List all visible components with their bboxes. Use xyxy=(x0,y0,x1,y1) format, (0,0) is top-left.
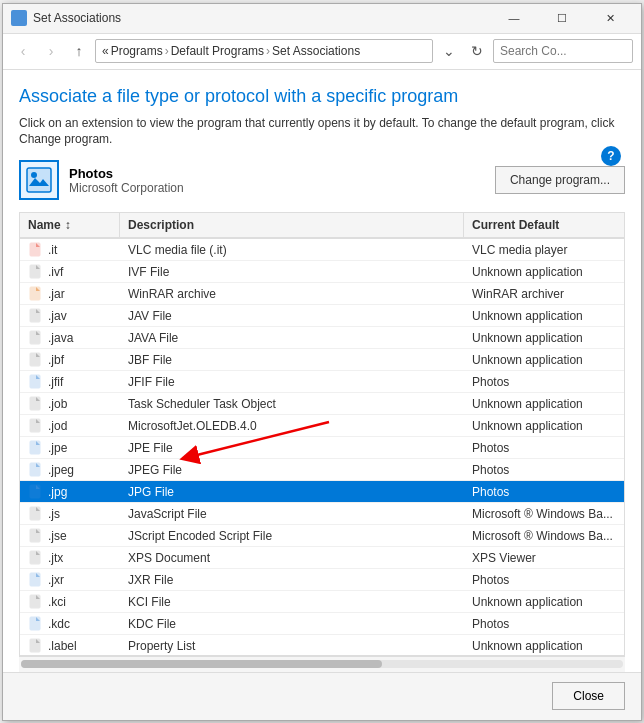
maximize-button[interactable]: ☐ xyxy=(539,3,585,33)
table-row[interactable]: .kci KCI File Unknown application xyxy=(20,591,624,613)
table-row[interactable]: .jar WinRAR archive WinRAR archiver xyxy=(20,283,624,305)
cell-current: Unknown application xyxy=(464,263,624,281)
sort-icon: ↕ xyxy=(65,218,71,232)
table-row[interactable]: .jtx XPS Document XPS Viewer xyxy=(20,547,624,569)
file-table: Name ↕ Description Current Default xyxy=(19,212,625,655)
cell-description: JavaScript File xyxy=(120,505,464,523)
file-icon xyxy=(28,330,44,346)
table-row[interactable]: .jod MicrosoftJet.OLEDB.4.0 Unknown appl… xyxy=(20,415,624,437)
scroll-thumb[interactable] xyxy=(21,660,382,668)
cell-current: Unknown application xyxy=(464,637,624,655)
cell-name: .kdc xyxy=(20,614,120,634)
back-button[interactable]: ‹ xyxy=(11,39,35,63)
cell-name: .jpg xyxy=(20,482,120,502)
svg-rect-14 xyxy=(30,485,40,498)
program-info: Photos Microsoft Corporation xyxy=(69,166,485,195)
table-row[interactable]: .kdc KDC File Photos xyxy=(20,613,624,635)
table-row[interactable]: .jpg JPG File Photos xyxy=(20,481,624,503)
svg-rect-10 xyxy=(30,397,40,410)
scroll-track[interactable] xyxy=(21,660,623,668)
cell-description: JPEG File xyxy=(120,461,464,479)
table-row[interactable]: .jse JScript Encoded Script File Microso… xyxy=(20,525,624,547)
cell-description: XPS Document xyxy=(120,549,464,567)
address-box[interactable]: « Programs › Default Programs › Set Asso… xyxy=(95,39,433,63)
file-icon xyxy=(28,374,44,390)
program-corp: Microsoft Corporation xyxy=(69,181,485,195)
svg-rect-3 xyxy=(30,243,40,256)
cell-current: Unknown application xyxy=(464,395,624,413)
table-row[interactable]: .js JavaScript File Microsoft ® Windows … xyxy=(20,503,624,525)
column-description: Description xyxy=(120,213,464,237)
file-icon xyxy=(28,506,44,522)
cell-current: Unknown application xyxy=(464,329,624,347)
svg-point-1 xyxy=(31,172,37,178)
program-name: Photos xyxy=(69,166,485,181)
svg-rect-12 xyxy=(30,441,40,454)
cell-description: IVF File xyxy=(120,263,464,281)
cell-name: .jav xyxy=(20,306,120,326)
table-row[interactable]: .jpeg JPEG File Photos xyxy=(20,459,624,481)
close-button[interactable]: Close xyxy=(552,682,625,710)
file-icon xyxy=(28,594,44,610)
up-button[interactable]: ↑ xyxy=(67,39,91,63)
cell-name: .jxr xyxy=(20,570,120,590)
file-icon xyxy=(28,550,44,566)
minimize-button[interactable]: — xyxy=(491,3,537,33)
table-row[interactable]: .job Task Scheduler Task Object Unknown … xyxy=(20,393,624,415)
refresh-button[interactable]: ↻ xyxy=(465,39,489,63)
cell-current: Photos xyxy=(464,461,624,479)
table-row[interactable]: .jxr JXR File Photos xyxy=(20,569,624,591)
breadcrumb-sep-2: › xyxy=(266,44,270,58)
change-program-button[interactable]: Change program... xyxy=(495,166,625,194)
svg-rect-15 xyxy=(30,507,40,520)
table-row[interactable]: .java JAVA File Unknown application xyxy=(20,327,624,349)
cell-name: .label xyxy=(20,636,120,655)
horizontal-scrollbar[interactable] xyxy=(19,656,625,672)
table-row[interactable]: .jpe JPE File Photos xyxy=(20,437,624,459)
table-row[interactable]: .jbf JBF File Unknown application xyxy=(20,349,624,371)
svg-rect-20 xyxy=(30,617,40,630)
table-row[interactable]: .jfif JFIF File Photos xyxy=(20,371,624,393)
breadcrumb-sep-1: › xyxy=(165,44,169,58)
cell-description: JFIF File xyxy=(120,373,464,391)
program-icon xyxy=(19,160,59,200)
program-bar: Photos Microsoft Corporation Change prog… xyxy=(19,160,625,200)
cell-description: Task Scheduler Task Object xyxy=(120,395,464,413)
svg-rect-19 xyxy=(30,595,40,608)
cell-name: .kci xyxy=(20,592,120,612)
table-row[interactable]: .label Property List Unknown application xyxy=(20,635,624,654)
cell-name: .jse xyxy=(20,526,120,546)
title-bar: Set Associations — ☐ ✕ xyxy=(3,4,641,34)
file-icon xyxy=(28,572,44,588)
cell-name: .it xyxy=(20,240,120,260)
file-icon xyxy=(28,308,44,324)
table-row[interactable]: .ivf IVF File Unknown application xyxy=(20,261,624,283)
file-icon xyxy=(28,264,44,280)
dropdown-button[interactable]: ⌄ xyxy=(437,39,461,63)
cell-description: MicrosoftJet.OLEDB.4.0 xyxy=(120,417,464,435)
cell-name: .jfif xyxy=(20,372,120,392)
window-icon xyxy=(11,10,27,26)
help-icon[interactable]: ? xyxy=(601,146,621,166)
forward-button[interactable]: › xyxy=(39,39,63,63)
file-icon xyxy=(28,352,44,368)
cell-name: .java xyxy=(20,328,120,348)
cell-current: Microsoft ® Windows Ba... xyxy=(464,505,624,523)
svg-rect-9 xyxy=(30,375,40,388)
cell-current: Unknown application xyxy=(464,307,624,325)
svg-rect-8 xyxy=(30,353,40,366)
table-row[interactable]: .it VLC media file (.it) VLC media playe… xyxy=(20,239,624,261)
cell-description: JAVA File xyxy=(120,329,464,347)
content-area: ? Associate a file type or protocol with… xyxy=(3,70,641,672)
svg-rect-7 xyxy=(30,331,40,344)
svg-rect-21 xyxy=(30,639,40,652)
search-input[interactable] xyxy=(493,39,633,63)
table-body[interactable]: .it VLC media file (.it) VLC media playe… xyxy=(20,239,624,654)
file-icon xyxy=(28,440,44,456)
svg-rect-4 xyxy=(30,265,40,278)
table-row[interactable]: .jav JAV File Unknown application xyxy=(20,305,624,327)
cell-name: .jbf xyxy=(20,350,120,370)
close-window-button[interactable]: ✕ xyxy=(587,3,633,33)
cell-current: XPS Viewer xyxy=(464,549,624,567)
breadcrumb-default-programs: Default Programs xyxy=(171,44,264,58)
